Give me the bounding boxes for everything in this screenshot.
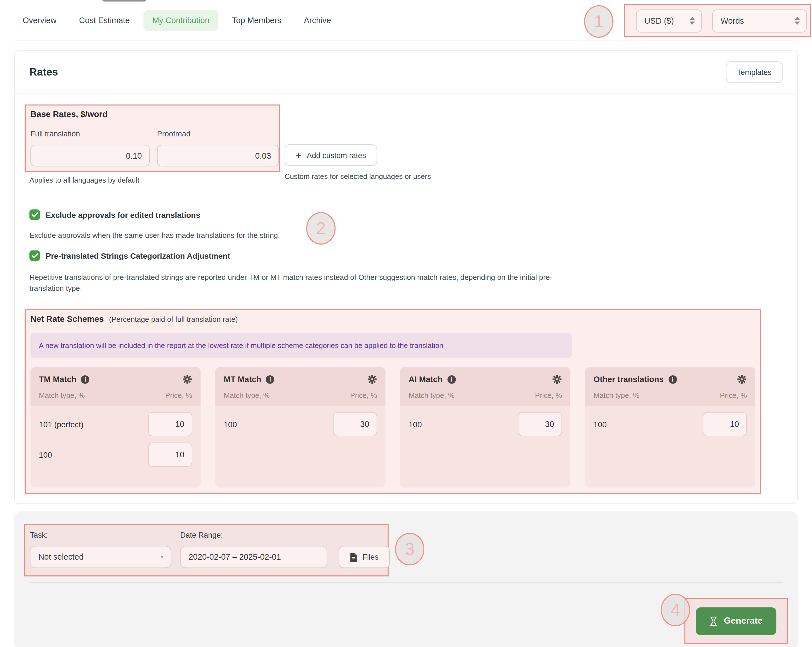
templates-button[interactable]: Templates — [726, 61, 782, 83]
files-button[interactable]: Files — [339, 546, 390, 568]
annotation-number: 3 — [405, 539, 414, 559]
scheme-card-body: 100 10 — [585, 406, 756, 488]
price-value: 30 — [360, 419, 369, 429]
plus-icon: + — [296, 150, 302, 160]
annotation-box-1: USD ($) Words — [624, 4, 811, 37]
add-custom-rates-button[interactable]: + Add custom rates — [285, 144, 377, 166]
price-value: 30 — [545, 419, 554, 429]
tab-top-members[interactable]: Top Members — [232, 15, 281, 25]
price-input[interactable]: 30 — [333, 412, 377, 436]
price-value: 10 — [176, 450, 185, 459]
base-rates-fields: Full translation 0.10 Proofread 0.03 — [31, 129, 274, 166]
price-input[interactable]: 30 — [518, 412, 562, 436]
scheme-row: 101 (perfect) 10 — [39, 411, 192, 437]
lowest-rate-banner: A new translation will be included in th… — [31, 333, 572, 358]
full-translation-field: Full translation 0.10 — [31, 129, 150, 166]
file-icon — [350, 553, 357, 562]
match-type-column-header: Match type, % — [39, 392, 85, 400]
scheme-row: 100 30 — [409, 411, 562, 437]
pretranslated-adjustment-checkbox[interactable] — [29, 251, 40, 261]
generate-button-label: Generate — [724, 616, 762, 626]
tab-my-contribution[interactable]: My Contribution — [143, 9, 218, 31]
info-icon[interactable]: i — [669, 375, 677, 384]
unit-select[interactable]: Words — [712, 9, 807, 32]
net-rate-schemes-subtitle: (Percentage paid of full translation rat… — [109, 315, 238, 324]
base-rates-caption: Applies to all languages by default — [29, 177, 280, 184]
header-divider — [14, 40, 798, 41]
proofread-input[interactable]: 0.03 — [157, 145, 279, 166]
annotation-number: 1 — [594, 12, 604, 32]
net-rate-schemes-header: Net Rate Schemes (Percentage paid of ful… — [31, 315, 756, 324]
checkmark-icon — [31, 253, 38, 259]
match-type-value: 101 (perfect) — [39, 420, 84, 429]
generate-button[interactable]: Generate — [696, 607, 776, 635]
date-range-value: 2020-02-07 – 2025-02-01 — [189, 552, 281, 562]
info-icon[interactable]: i — [266, 375, 274, 384]
scheme-row: 100 10 — [594, 411, 747, 437]
price-input[interactable]: 10 — [148, 412, 192, 436]
match-type-value: 100 — [594, 420, 607, 429]
price-input[interactable]: 10 — [703, 412, 747, 436]
tab-cost-estimate[interactable]: Cost Estimate — [79, 15, 130, 25]
scheme-card-body: 100 30 — [400, 406, 571, 488]
base-rates-row: Base Rates, $/word Full translation 0.10… — [29, 105, 782, 184]
annotation-number: 4 — [671, 600, 680, 620]
report-tabs: Overview Cost Estimate My Contribution T… — [23, 0, 331, 40]
scheme-card-header: TM Match i Match type, % Price, % — [31, 367, 201, 406]
exclude-approvals-checkbox[interactable] — [29, 209, 40, 220]
gear-icon[interactable] — [737, 374, 747, 384]
rates-card-header: Rates Templates — [15, 51, 797, 94]
hourglass-icon — [710, 616, 717, 626]
match-type-column-header: Match type, % — [224, 392, 270, 400]
page-title: Rates — [29, 66, 58, 78]
pretranslated-adjustment-label: Pre-translated Strings Categorization Ad… — [46, 251, 230, 260]
gear-icon[interactable] — [182, 374, 192, 384]
match-type-value: 100 — [224, 420, 237, 429]
scheme-card-other-translations: Other translations i Match type, % Price… — [585, 367, 756, 487]
full-translation-value: 0.10 — [126, 151, 142, 161]
tab-archive[interactable]: Archive — [304, 15, 331, 25]
annotation-circle-3: 3 — [395, 533, 424, 565]
date-range-column: Date Range: 2020-02-07 – 2025-02-01 — [180, 531, 327, 568]
base-rates-column: Base Rates, $/word Full translation 0.10… — [29, 105, 280, 184]
scheme-card-body: 101 (perfect) 10 100 10 — [31, 406, 201, 488]
exclude-approvals-row: Exclude approvals for edited translation… — [29, 209, 782, 220]
pretranslated-adjustment-description: Repetitive translations of pre-translate… — [29, 272, 575, 294]
task-label: Task: — [30, 531, 171, 539]
info-icon[interactable]: i — [81, 375, 90, 384]
add-custom-rates-label: Add custom rates — [307, 151, 366, 160]
price-column-header: Price, % — [535, 392, 562, 400]
footer-divider — [29, 582, 783, 583]
scheme-card-body: 100 30 — [215, 406, 386, 488]
proofread-label: Proofread — [157, 129, 279, 138]
scheme-card-header: AI Match i Match type, % Price, % — [400, 367, 571, 406]
annotation-box-base-rates: Base Rates, $/word Full translation 0.10… — [25, 105, 280, 172]
price-input[interactable]: 10 — [148, 442, 192, 467]
pretranslated-adjustment-row: Pre-translated Strings Categorization Ad… — [29, 251, 782, 261]
scheme-card-header: MT Match i Match type, % Price, % — [215, 367, 386, 406]
full-translation-label: Full translation — [31, 129, 150, 138]
annotation-box-net-rate-schemes: Net Rate Schemes (Percentage paid of ful… — [25, 309, 761, 494]
date-range-input[interactable]: 2020-02-07 – 2025-02-01 — [180, 546, 327, 568]
annotation-number: 2 — [316, 218, 326, 238]
gear-icon[interactable] — [367, 374, 377, 384]
scheme-cards: TM Match i Match type, % Price, % — [31, 367, 756, 487]
match-type-value: 100 — [39, 450, 52, 459]
scheme-title: TM Match — [39, 374, 76, 384]
price-column-header: Price, % — [350, 392, 377, 400]
annotation-circle-4: 4 — [661, 594, 690, 626]
task-select[interactable]: Not selected ▼ — [30, 546, 171, 568]
full-translation-input[interactable]: 0.10 — [31, 145, 150, 166]
tab-overview[interactable]: Overview — [23, 15, 56, 25]
price-value: 10 — [730, 419, 739, 429]
scheme-title: AI Match — [409, 374, 443, 384]
currency-select[interactable]: USD ($) — [636, 9, 702, 32]
unit-value: Words — [720, 16, 744, 26]
scheme-row: 100 10 — [39, 441, 192, 468]
scheme-title: Other translations — [594, 374, 664, 384]
top-navigation: Overview Cost Estimate My Contribution T… — [0, 0, 812, 40]
gear-icon[interactable] — [552, 374, 562, 384]
info-icon[interactable]: i — [447, 375, 456, 384]
proofread-value: 0.03 — [255, 151, 271, 161]
scheme-card-tm-match: TM Match i Match type, % Price, % — [31, 367, 201, 487]
